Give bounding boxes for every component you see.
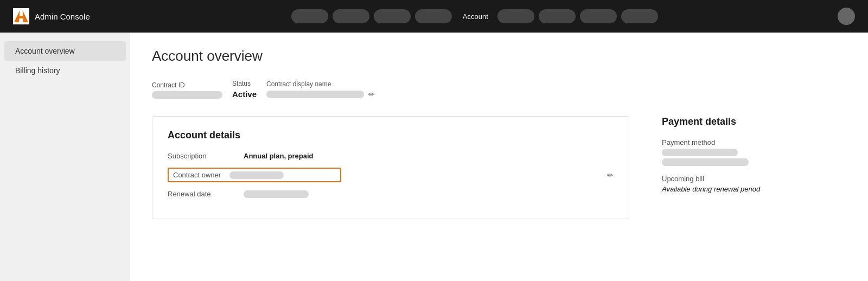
admin-console-label: Admin Console — [35, 12, 90, 21]
page-title: Account overview — [152, 48, 846, 65]
nav-pill-7[interactable] — [539, 9, 576, 23]
upcoming-bill-row: Upcoming bill Available during renewal p… — [662, 175, 846, 193]
owner-label: Contract owner — [173, 171, 221, 179]
main-content: Account overview Contract ID Status Acti… — [130, 33, 868, 281]
sidebar: Account overview Billing history — [0, 33, 130, 281]
account-nav-label: Account — [456, 9, 493, 23]
display-name-field: Contract display name ✏ — [266, 80, 375, 99]
subscription-value: Annual plan, prepaid — [244, 152, 314, 160]
display-name-label: Contract display name — [266, 80, 375, 88]
owner-edit-icon[interactable]: ✏ — [607, 171, 614, 180]
nav-pill-8[interactable] — [580, 9, 617, 23]
sidebar-billing-history-label: Billing history — [15, 66, 60, 75]
subscription-row: Subscription Annual plan, prepaid — [168, 152, 614, 160]
renewal-label: Renewal date — [168, 190, 244, 198]
payment-method-label: Payment method — [662, 138, 846, 146]
adobe-logo-icon — [13, 8, 29, 24]
payment-method-row: Payment method — [662, 138, 846, 166]
upcoming-bill-value: Available during renewal period — [662, 185, 846, 193]
nav-pill-3[interactable] — [374, 9, 411, 23]
nav-pill-account[interactable]: Account — [456, 9, 493, 23]
renewal-date-row: Renewal date — [168, 190, 614, 198]
subscription-label: Subscription — [168, 152, 244, 160]
sidebar-item-billing-history[interactable]: Billing history — [4, 61, 126, 80]
owner-value — [229, 171, 284, 179]
contract-row: Contract ID Status Active Contract displ… — [152, 80, 846, 99]
renewal-value — [244, 190, 309, 198]
display-name-edit-icon[interactable]: ✏ — [368, 90, 375, 99]
payment-method-value2 — [662, 158, 749, 166]
nav-pill-9[interactable] — [621, 9, 658, 23]
top-navigation: Admin Console Account — [0, 0, 868, 33]
owner-row-wrap: Contract owner ✏ — [168, 168, 614, 182]
user-avatar[interactable] — [838, 8, 855, 25]
sidebar-account-overview-label: Account overview — [15, 47, 75, 55]
nav-pill-2[interactable] — [333, 9, 369, 23]
logo-area: Admin Console — [13, 8, 90, 24]
two-column-section: Account details Subscription Annual plan… — [152, 116, 846, 219]
account-details-card: Account details Subscription Annual plan… — [152, 116, 629, 219]
payment-method-value — [662, 149, 738, 156]
account-details-title: Account details — [168, 130, 614, 141]
display-name-row: ✏ — [266, 90, 375, 99]
main-layout: Account overview Billing history Account… — [0, 33, 868, 281]
nav-pill-4[interactable] — [415, 9, 452, 23]
nav-pills-area: Account — [112, 9, 838, 23]
contract-owner-row: Contract owner ✏ — [168, 168, 614, 182]
nav-pill-6[interactable] — [497, 9, 534, 23]
status-value: Active — [232, 90, 257, 99]
status-field: Status Active — [232, 80, 257, 99]
contract-id-value — [152, 91, 222, 99]
display-name-value — [266, 91, 364, 98]
contract-owner-highlighted: Contract owner — [168, 168, 341, 182]
nav-pill-1[interactable] — [291, 9, 328, 23]
status-label: Status — [232, 80, 257, 87]
contract-id-field: Contract ID — [152, 81, 222, 99]
sidebar-item-account-overview[interactable]: Account overview — [4, 41, 126, 61]
upcoming-bill-label: Upcoming bill — [662, 175, 846, 183]
contract-id-label: Contract ID — [152, 81, 222, 89]
nav-right-area — [838, 8, 855, 25]
payment-details-card: Payment details Payment method Upcoming … — [651, 116, 846, 219]
payment-details-title: Payment details — [662, 116, 846, 127]
